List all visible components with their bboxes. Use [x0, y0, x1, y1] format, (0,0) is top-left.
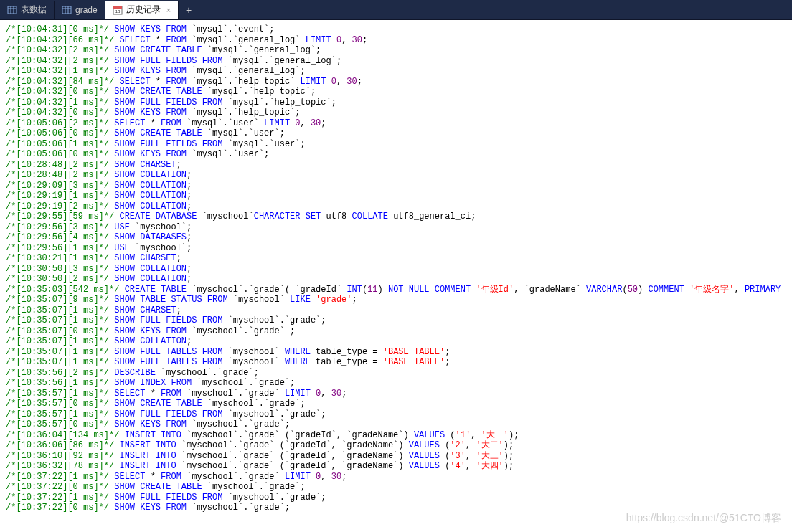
log-line: /*[10:37:22][0 ms]*/ SHOW KEYS FROM `mys…: [6, 503, 786, 513]
tab-label: 表数据: [21, 4, 47, 16]
tab-data[interactable]: 表数据: [0, 1, 55, 19]
log-line: /*[10:36:04][134 ms]*/ INSERT INTO `mysc…: [6, 430, 786, 441]
log-line: /*[10:04:32][2 ms]*/ SHOW CREATE TABLE `…: [6, 45, 786, 56]
log-line: /*[10:05:06][0 ms]*/ SHOW KEYS FROM `mys…: [6, 149, 786, 160]
log-line: /*[10:35:57][1 ms]*/ SHOW FULL FIELDS FR…: [6, 409, 786, 420]
log-line: /*[10:04:31][0 ms]*/ SHOW KEYS FROM `mys…: [6, 24, 786, 35]
svg-rect-0: [8, 6, 16, 14]
svg-rect-4: [62, 6, 71, 14]
log-line: /*[10:30:50][2 ms]*/ SHOW COLLATION;: [6, 274, 786, 285]
log-line: /*[10:35:07][1 ms]*/ SHOW FULL TABLES FR…: [6, 357, 786, 368]
table-icon: [62, 5, 72, 15]
log-line: /*[10:37:22][1 ms]*/ SHOW FULL FIELDS FR…: [6, 493, 786, 503]
log-line: /*[10:04:32][2 ms]*/ SHOW FULL FIELDS FR…: [6, 56, 786, 67]
log-line: /*[10:35:03][542 ms]*/ CREATE TABLE `mys…: [6, 285, 786, 295]
history-log[interactable]: /*[10:04:31][0 ms]*/ SHOW KEYS FROM `mys…: [0, 20, 792, 532]
log-line: /*[10:36:06][86 ms]*/ INSERT INTO `mysch…: [6, 440, 786, 451]
close-icon[interactable]: ×: [166, 6, 171, 14]
log-line: /*[10:04:32][84 ms]*/ SELECT * FROM `mys…: [6, 77, 786, 87]
tab-grade[interactable]: grade: [55, 1, 105, 19]
add-tab-button[interactable]: +: [179, 1, 199, 19]
log-line: /*[10:04:32][0 ms]*/ SHOW KEYS FROM `mys…: [6, 108, 786, 118]
log-line: /*[10:29:19][2 ms]*/ SHOW COLLATION;: [6, 201, 786, 212]
log-line: /*[10:28:48][2 ms]*/ SHOW CHARSET;: [6, 160, 786, 171]
log-line: /*[10:37:22][1 ms]*/ SELECT * FROM `mysc…: [6, 472, 786, 483]
log-line: /*[10:29:19][1 ms]*/ SHOW COLLATION;: [6, 191, 786, 201]
log-line: /*[10:37:22][0 ms]*/ SHOW CREATE TABLE `…: [6, 482, 786, 493]
log-line: /*[10:05:06][2 ms]*/ SELECT * FROM `mysq…: [6, 118, 786, 129]
table-icon: [7, 5, 17, 15]
svg-text:18: 18: [115, 9, 120, 14]
log-line: /*[10:29:09][3 ms]*/ SHOW COLLATION;: [6, 181, 786, 191]
tab-label: grade: [75, 5, 98, 15]
log-line: /*[10:04:32][66 ms]*/ SELECT * FROM `mys…: [6, 35, 786, 46]
tab-bar: 表数据 grade 18 历史记录 × +: [0, 0, 792, 20]
log-line: /*[10:36:10][92 ms]*/ INSERT INTO `mysch…: [6, 451, 786, 462]
calendar-icon: 18: [113, 5, 123, 15]
svg-rect-9: [113, 6, 122, 9]
log-line: /*[10:35:07][1 ms]*/ SHOW COLLATION;: [6, 336, 786, 347]
log-line: /*[10:35:56][2 ms]*/ DESCRIBE `myschool`…: [6, 368, 786, 379]
tab-label: 历史记录: [126, 4, 161, 16]
log-line: /*[10:05:06][1 ms]*/ SHOW FULL FIELDS FR…: [6, 139, 786, 150]
log-line: /*[10:04:32][1 ms]*/ SHOW FULL FIELDS FR…: [6, 98, 786, 108]
log-line: /*[10:35:07][0 ms]*/ SHOW KEYS FROM `mys…: [6, 326, 786, 337]
log-line: /*[10:30:50][3 ms]*/ SHOW COLLATION;: [6, 264, 786, 275]
log-line: /*[10:36:32][78 ms]*/ INSERT INTO `mysch…: [6, 461, 786, 472]
log-line: /*[10:35:07][9 ms]*/ SHOW TABLE STATUS F…: [6, 295, 786, 305]
tab-history[interactable]: 18 历史记录 ×: [105, 1, 179, 19]
log-line: /*[10:35:57][0 ms]*/ SHOW CREATE TABLE `…: [6, 399, 786, 409]
log-line: /*[10:04:32][0 ms]*/ SHOW CREATE TABLE `…: [6, 87, 786, 98]
log-line: /*[10:35:57][1 ms]*/ SELECT * FROM `mysc…: [6, 389, 786, 399]
log-line: /*[10:28:48][2 ms]*/ SHOW COLLATION;: [6, 170, 786, 181]
log-line: /*[10:29:56][1 ms]*/ USE `myschool`;: [6, 243, 786, 254]
log-line: /*[10:29:56][3 ms]*/ USE `myschool`;: [6, 222, 786, 233]
log-line: /*[10:05:06][0 ms]*/ SHOW CREATE TABLE `…: [6, 128, 786, 139]
log-line: /*[10:35:57][0 ms]*/ SHOW KEYS FROM `mys…: [6, 419, 786, 430]
log-line: /*[10:29:56][4 ms]*/ SHOW DATABASES;: [6, 232, 786, 243]
log-line: /*[10:04:32][1 ms]*/ SHOW KEYS FROM `mys…: [6, 66, 786, 77]
log-line: /*[10:35:07][1 ms]*/ SHOW FULL FIELDS FR…: [6, 315, 786, 326]
log-line: /*[10:29:55][59 ms]*/ CREATE DATABASE `m…: [6, 212, 786, 222]
log-line: /*[10:35:07][1 ms]*/ SHOW FULL TABLES FR…: [6, 347, 786, 358]
log-line: /*[10:30:21][1 ms]*/ SHOW CHARSET;: [6, 253, 786, 264]
log-line: /*[10:35:56][1 ms]*/ SHOW INDEX FROM `my…: [6, 378, 786, 389]
log-line: /*[10:35:07][1 ms]*/ SHOW CHARSET;: [6, 305, 786, 316]
